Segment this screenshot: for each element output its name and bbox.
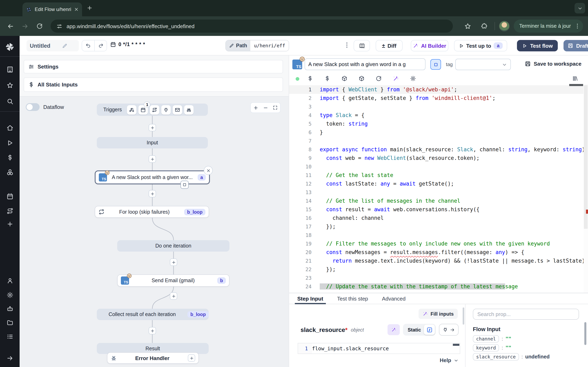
trigger-route-icon[interactable]: [150, 105, 159, 114]
flow-input-prop-keyword[interactable]: keyword:"": [473, 344, 511, 351]
sidebar-item-plus[interactable]: [0, 217, 20, 231]
fill-inputs-button[interactable]: Fill inputs: [419, 309, 458, 319]
code-line-13[interactable]: 13: [289, 188, 588, 197]
code-line-18[interactable]: 18: [289, 231, 588, 239]
code-line-12[interactable]: 12 const lastState: any = await getState…: [289, 179, 588, 188]
code-line-6[interactable]: 6}: [289, 128, 588, 137]
code-editor[interactable]: 1import { WebClient } from '@slack/web-a…: [289, 84, 588, 293]
code-line-4[interactable]: 4type Slack = {: [289, 111, 588, 119]
zoom-in-button[interactable]: [251, 103, 260, 113]
sidebar-item-list[interactable]: [0, 329, 20, 343]
zoom-out-button[interactable]: [260, 103, 270, 113]
flow-input-prop-channel[interactable]: channel:"": [473, 335, 511, 342]
dollar-icon[interactable]: [324, 75, 330, 82]
package-icon[interactable]: [359, 75, 365, 82]
code-line-24[interactable]: 24 // Update the state with the timestam…: [289, 282, 588, 291]
code-line-23[interactable]: 23: [289, 274, 588, 282]
sidebar-item-folder[interactable]: [0, 316, 20, 329]
expr-scrollbar[interactable]: [453, 344, 459, 346]
flow-node-collect_result[interactable]: Collect result of each iterationb_loop: [97, 309, 209, 320]
code-line-1[interactable]: 1import { WebClient } from '@slack/web-a…: [289, 85, 588, 94]
sidebar-item-dollar[interactable]: [0, 150, 20, 164]
add-step-button[interactable]: [149, 190, 156, 197]
delete-step-button[interactable]: [204, 166, 213, 175]
tab-search-button[interactable]: [575, 3, 585, 13]
sidebar-item-search[interactable]: [0, 94, 20, 108]
trigger-binoculars-icon[interactable]: [184, 105, 194, 114]
search-prop-input[interactable]: [473, 309, 579, 320]
code-line-21[interactable]: 21 return message.text.includes(keyword)…: [289, 257, 588, 265]
help-button[interactable]: Help: [440, 357, 458, 363]
sidebar-item-gear[interactable]: [0, 288, 20, 302]
test-up-to-button[interactable]: Test up to a: [454, 40, 507, 51]
dollar-icon[interactable]: [307, 75, 313, 82]
tab-step-input[interactable]: Step Input: [297, 293, 323, 304]
refresh-icon[interactable]: [376, 75, 382, 82]
update-chrome-button[interactable]: Terminer la mise à jour: [513, 20, 583, 33]
trigger-mail-icon[interactable]: [173, 105, 182, 114]
code-line-8[interactable]: 8export async function main(slack_resour…: [289, 145, 588, 154]
flow-node-forloop[interactable]: For loop (skip failures)b_loop: [95, 206, 209, 218]
more-menu-icon[interactable]: [343, 42, 350, 49]
code-line-10[interactable]: 10: [289, 162, 588, 171]
step-name-input[interactable]: [305, 58, 425, 70]
diff-button[interactable]: ± Diff: [376, 40, 403, 51]
editor-hscrollbar[interactable]: [569, 84, 583, 86]
flow-node-send_email[interactable]: TSSend Email (gmail)b: [117, 275, 229, 287]
input-expression-editor[interactable]: 1 flow_input.slack_resource: [298, 343, 460, 354]
add-step-button[interactable]: [149, 327, 156, 334]
flow-node-slack_step[interactable]: TSA new Slack post with a given wor...a: [95, 170, 210, 184]
flow-input-prop-slack_resource[interactable]: slack_resource:undefined: [473, 353, 550, 360]
extensions-icon[interactable]: [478, 20, 490, 32]
code-line-9[interactable]: 9 const web = new WebClient(slack_resour…: [289, 154, 588, 162]
browser-tab[interactable]: Edit Flow u/henri/effective_un: [22, 2, 82, 16]
ai-builder-button[interactable]: AI Builder: [411, 40, 448, 51]
reload-button[interactable]: [34, 20, 46, 32]
code-line-3[interactable]: 3: [289, 102, 588, 111]
back-button[interactable]: [4, 20, 16, 32]
settings-button[interactable]: Settings: [24, 60, 283, 73]
profile-avatar[interactable]: [499, 21, 509, 31]
flow-node-do_one_iteration[interactable]: Do one iteration: [117, 240, 229, 252]
browser-menu-icon[interactable]: [574, 23, 581, 29]
javascript-function-icon[interactable]: [424, 325, 435, 335]
props-scrollbar[interactable]: [584, 322, 586, 345]
add-step-button[interactable]: [170, 292, 177, 300]
sidebar-item-person[interactable]: [0, 274, 20, 287]
trigger-plug-icon[interactable]: [162, 105, 171, 114]
package-icon[interactable]: [341, 75, 347, 82]
tune-icon[interactable]: [56, 23, 62, 29]
trigger-calendar-icon[interactable]: 1: [139, 105, 148, 114]
static-javascript-toggle[interactable]: Static: [403, 324, 436, 336]
test-flow-button[interactable]: Test flow: [517, 40, 558, 51]
schedule-button[interactable]: 0 */1 * * * *: [110, 42, 145, 47]
tag-select[interactable]: [455, 59, 511, 70]
code-line-14[interactable]: 14 // Get the list of messages in the ch…: [289, 197, 588, 205]
sidebar-item-route[interactable]: [0, 204, 20, 218]
code-line-5[interactable]: 5 token: string: [289, 119, 588, 128]
forward-button[interactable]: [19, 20, 31, 32]
library-icon[interactable]: [572, 75, 578, 82]
tab-advanced[interactable]: Advanced: [382, 293, 406, 304]
editor-scrollbar[interactable]: [584, 84, 588, 293]
sidebar-item-robot[interactable]: [0, 302, 20, 316]
code-line-11[interactable]: 11 // Get the last state: [289, 171, 588, 179]
windmill-logo[interactable]: [0, 40, 20, 54]
draft-button[interactable]: Draft: [563, 40, 588, 51]
sidebar-item-calendar[interactable]: [0, 189, 20, 203]
docs-button[interactable]: [354, 40, 370, 51]
all-static-inputs-button[interactable]: All Static Inputs: [24, 77, 283, 92]
flow-node-input[interactable]: Input: [97, 137, 208, 149]
code-line-17[interactable]: 17 });: [289, 222, 588, 231]
code-line-22[interactable]: 22 });: [289, 265, 588, 274]
code-line-19[interactable]: 19 // Filter the messages to only includ…: [289, 239, 588, 248]
sidebar-item-arrowright[interactable]: [0, 351, 20, 365]
sidebar-item-cubes[interactable]: [0, 165, 20, 179]
stop-after-if-button[interactable]: [181, 181, 189, 189]
triggers-node[interactable]: Triggers 1: [97, 104, 208, 116]
split-editor-button[interactable]: [430, 59, 441, 70]
section-scrollbar[interactable]: [463, 308, 464, 325]
sidebar-item-home[interactable]: [0, 121, 20, 134]
code-line-7[interactable]: 7: [289, 137, 588, 145]
tab-close-icon[interactable]: [74, 7, 79, 12]
